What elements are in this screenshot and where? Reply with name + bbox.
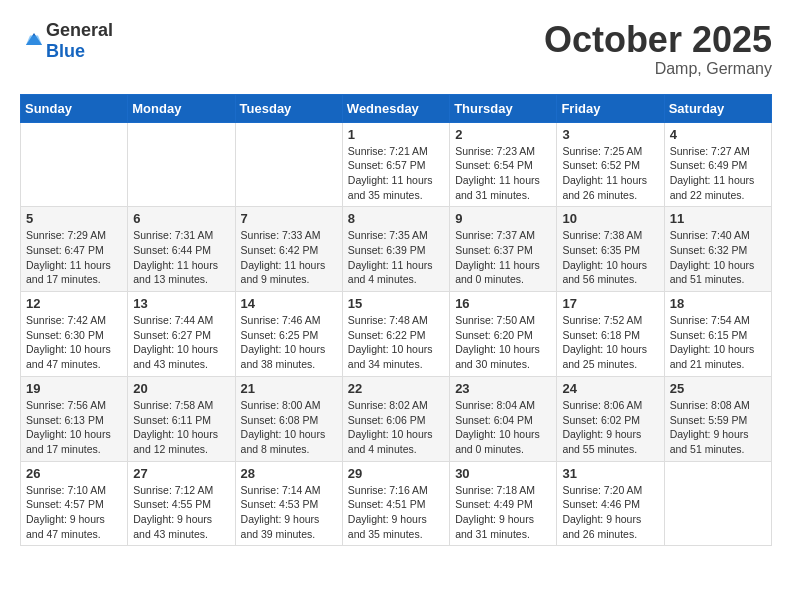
day-cell-4: 4Sunrise: 7:27 AM Sunset: 6:49 PM Daylig… — [664, 122, 771, 207]
day-info-26: Sunrise: 7:10 AM Sunset: 4:57 PM Dayligh… — [26, 483, 122, 542]
weekday-header-monday: Monday — [128, 94, 235, 122]
day-cell-3: 3Sunrise: 7:25 AM Sunset: 6:52 PM Daylig… — [557, 122, 664, 207]
day-info-5: Sunrise: 7:29 AM Sunset: 6:47 PM Dayligh… — [26, 228, 122, 287]
empty-cell — [128, 122, 235, 207]
day-cell-13: 13Sunrise: 7:44 AM Sunset: 6:27 PM Dayli… — [128, 292, 235, 377]
day-cell-6: 6Sunrise: 7:31 AM Sunset: 6:44 PM Daylig… — [128, 207, 235, 292]
day-info-24: Sunrise: 8:06 AM Sunset: 6:02 PM Dayligh… — [562, 398, 658, 457]
logo-text-general: General — [46, 20, 113, 40]
day-cell-23: 23Sunrise: 8:04 AM Sunset: 6:04 PM Dayli… — [450, 376, 557, 461]
location: Damp, Germany — [544, 60, 772, 78]
day-number-30: 30 — [455, 466, 551, 481]
logo-icon — [22, 29, 46, 53]
weekday-header-tuesday: Tuesday — [235, 94, 342, 122]
day-cell-22: 22Sunrise: 8:02 AM Sunset: 6:06 PM Dayli… — [342, 376, 449, 461]
day-cell-21: 21Sunrise: 8:00 AM Sunset: 6:08 PM Dayli… — [235, 376, 342, 461]
day-number-27: 27 — [133, 466, 229, 481]
week-row-2: 5Sunrise: 7:29 AM Sunset: 6:47 PM Daylig… — [21, 207, 772, 292]
day-cell-29: 29Sunrise: 7:16 AM Sunset: 4:51 PM Dayli… — [342, 461, 449, 546]
day-info-15: Sunrise: 7:48 AM Sunset: 6:22 PM Dayligh… — [348, 313, 444, 372]
day-info-23: Sunrise: 8:04 AM Sunset: 6:04 PM Dayligh… — [455, 398, 551, 457]
day-number-14: 14 — [241, 296, 337, 311]
day-info-2: Sunrise: 7:23 AM Sunset: 6:54 PM Dayligh… — [455, 144, 551, 203]
logo: General Blue — [20, 20, 113, 62]
day-cell-19: 19Sunrise: 7:56 AM Sunset: 6:13 PM Dayli… — [21, 376, 128, 461]
day-info-10: Sunrise: 7:38 AM Sunset: 6:35 PM Dayligh… — [562, 228, 658, 287]
day-number-17: 17 — [562, 296, 658, 311]
day-cell-9: 9Sunrise: 7:37 AM Sunset: 6:37 PM Daylig… — [450, 207, 557, 292]
day-number-10: 10 — [562, 211, 658, 226]
day-info-7: Sunrise: 7:33 AM Sunset: 6:42 PM Dayligh… — [241, 228, 337, 287]
weekday-header-friday: Friday — [557, 94, 664, 122]
day-number-13: 13 — [133, 296, 229, 311]
day-cell-16: 16Sunrise: 7:50 AM Sunset: 6:20 PM Dayli… — [450, 292, 557, 377]
day-cell-10: 10Sunrise: 7:38 AM Sunset: 6:35 PM Dayli… — [557, 207, 664, 292]
day-info-19: Sunrise: 7:56 AM Sunset: 6:13 PM Dayligh… — [26, 398, 122, 457]
day-cell-25: 25Sunrise: 8:08 AM Sunset: 5:59 PM Dayli… — [664, 376, 771, 461]
calendar-table: SundayMondayTuesdayWednesdayThursdayFrid… — [20, 94, 772, 547]
day-number-26: 26 — [26, 466, 122, 481]
day-number-20: 20 — [133, 381, 229, 396]
day-info-25: Sunrise: 8:08 AM Sunset: 5:59 PM Dayligh… — [670, 398, 766, 457]
day-cell-11: 11Sunrise: 7:40 AM Sunset: 6:32 PM Dayli… — [664, 207, 771, 292]
empty-cell — [21, 122, 128, 207]
day-cell-24: 24Sunrise: 8:06 AM Sunset: 6:02 PM Dayli… — [557, 376, 664, 461]
day-cell-30: 30Sunrise: 7:18 AM Sunset: 4:49 PM Dayli… — [450, 461, 557, 546]
day-info-3: Sunrise: 7:25 AM Sunset: 6:52 PM Dayligh… — [562, 144, 658, 203]
day-info-8: Sunrise: 7:35 AM Sunset: 6:39 PM Dayligh… — [348, 228, 444, 287]
day-cell-15: 15Sunrise: 7:48 AM Sunset: 6:22 PM Dayli… — [342, 292, 449, 377]
day-number-24: 24 — [562, 381, 658, 396]
day-info-16: Sunrise: 7:50 AM Sunset: 6:20 PM Dayligh… — [455, 313, 551, 372]
day-info-27: Sunrise: 7:12 AM Sunset: 4:55 PM Dayligh… — [133, 483, 229, 542]
title-block: October 2025 Damp, Germany — [544, 20, 772, 78]
day-number-22: 22 — [348, 381, 444, 396]
logo-text-blue: Blue — [46, 41, 85, 61]
day-number-8: 8 — [348, 211, 444, 226]
day-number-28: 28 — [241, 466, 337, 481]
day-info-1: Sunrise: 7:21 AM Sunset: 6:57 PM Dayligh… — [348, 144, 444, 203]
day-number-31: 31 — [562, 466, 658, 481]
day-cell-26: 26Sunrise: 7:10 AM Sunset: 4:57 PM Dayli… — [21, 461, 128, 546]
week-row-1: 1Sunrise: 7:21 AM Sunset: 6:57 PM Daylig… — [21, 122, 772, 207]
day-cell-8: 8Sunrise: 7:35 AM Sunset: 6:39 PM Daylig… — [342, 207, 449, 292]
day-number-4: 4 — [670, 127, 766, 142]
day-info-21: Sunrise: 8:00 AM Sunset: 6:08 PM Dayligh… — [241, 398, 337, 457]
weekday-header-sunday: Sunday — [21, 94, 128, 122]
day-number-16: 16 — [455, 296, 551, 311]
day-cell-28: 28Sunrise: 7:14 AM Sunset: 4:53 PM Dayli… — [235, 461, 342, 546]
empty-cell — [235, 122, 342, 207]
day-info-14: Sunrise: 7:46 AM Sunset: 6:25 PM Dayligh… — [241, 313, 337, 372]
weekday-header-saturday: Saturday — [664, 94, 771, 122]
day-cell-31: 31Sunrise: 7:20 AM Sunset: 4:46 PM Dayli… — [557, 461, 664, 546]
day-cell-2: 2Sunrise: 7:23 AM Sunset: 6:54 PM Daylig… — [450, 122, 557, 207]
day-info-13: Sunrise: 7:44 AM Sunset: 6:27 PM Dayligh… — [133, 313, 229, 372]
weekday-header-thursday: Thursday — [450, 94, 557, 122]
day-info-29: Sunrise: 7:16 AM Sunset: 4:51 PM Dayligh… — [348, 483, 444, 542]
week-row-4: 19Sunrise: 7:56 AM Sunset: 6:13 PM Dayli… — [21, 376, 772, 461]
week-row-3: 12Sunrise: 7:42 AM Sunset: 6:30 PM Dayli… — [21, 292, 772, 377]
day-number-29: 29 — [348, 466, 444, 481]
day-info-17: Sunrise: 7:52 AM Sunset: 6:18 PM Dayligh… — [562, 313, 658, 372]
page-header: General Blue October 2025 Damp, Germany — [20, 20, 772, 78]
weekday-header-wednesday: Wednesday — [342, 94, 449, 122]
empty-cell — [664, 461, 771, 546]
day-number-18: 18 — [670, 296, 766, 311]
day-number-1: 1 — [348, 127, 444, 142]
day-info-12: Sunrise: 7:42 AM Sunset: 6:30 PM Dayligh… — [26, 313, 122, 372]
day-number-7: 7 — [241, 211, 337, 226]
day-info-11: Sunrise: 7:40 AM Sunset: 6:32 PM Dayligh… — [670, 228, 766, 287]
day-cell-18: 18Sunrise: 7:54 AM Sunset: 6:15 PM Dayli… — [664, 292, 771, 377]
day-cell-20: 20Sunrise: 7:58 AM Sunset: 6:11 PM Dayli… — [128, 376, 235, 461]
day-number-15: 15 — [348, 296, 444, 311]
day-cell-12: 12Sunrise: 7:42 AM Sunset: 6:30 PM Dayli… — [21, 292, 128, 377]
day-info-22: Sunrise: 8:02 AM Sunset: 6:06 PM Dayligh… — [348, 398, 444, 457]
day-number-2: 2 — [455, 127, 551, 142]
day-number-21: 21 — [241, 381, 337, 396]
day-number-3: 3 — [562, 127, 658, 142]
day-number-5: 5 — [26, 211, 122, 226]
day-info-31: Sunrise: 7:20 AM Sunset: 4:46 PM Dayligh… — [562, 483, 658, 542]
day-cell-14: 14Sunrise: 7:46 AM Sunset: 6:25 PM Dayli… — [235, 292, 342, 377]
day-cell-17: 17Sunrise: 7:52 AM Sunset: 6:18 PM Dayli… — [557, 292, 664, 377]
day-number-19: 19 — [26, 381, 122, 396]
day-cell-5: 5Sunrise: 7:29 AM Sunset: 6:47 PM Daylig… — [21, 207, 128, 292]
